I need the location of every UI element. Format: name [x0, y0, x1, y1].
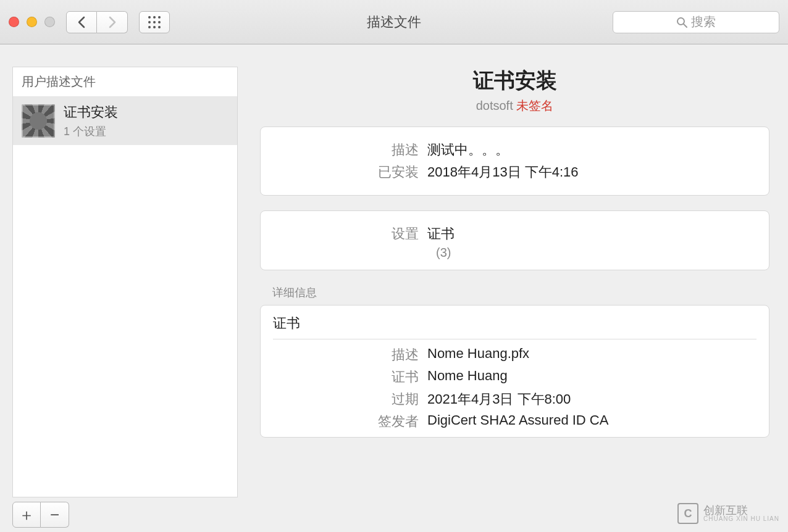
title-block: 证书安装 dotsoft 未签名 — [260, 67, 769, 114]
search-icon — [676, 17, 687, 28]
detail-label: 签发者 — [273, 412, 427, 431]
close-icon[interactable] — [9, 17, 19, 27]
add-button[interactable]: ＋ — [12, 502, 41, 528]
gear-icon — [22, 104, 55, 138]
chevron-right-icon — [108, 16, 117, 28]
sidebar-header: 用户描述文件 — [13, 67, 237, 97]
detail-value: DigiCert SHA2 Assured ID CA — [427, 412, 608, 428]
chevron-left-icon — [77, 16, 86, 28]
toolbar: 描述文件 搜索 — [0, 0, 788, 44]
watermark-cn: 创新互联 — [703, 504, 748, 517]
svg-point-5 — [158, 21, 161, 23]
back-button[interactable] — [66, 11, 97, 33]
svg-point-8 — [158, 26, 161, 28]
svg-point-2 — [158, 16, 161, 19]
minimize-icon[interactable] — [27, 17, 37, 27]
main-panel: 证书安装 dotsoft 未签名 描述 测试中。。。 已安装 2018年4月13… — [238, 67, 788, 497]
search-input[interactable]: 搜索 — [613, 11, 779, 33]
unsigned-badge: 未签名 — [516, 99, 553, 112]
settings-label: 设置 — [273, 225, 427, 243]
detail-value: Nome Huang — [427, 368, 508, 384]
settings-count: (3) — [436, 246, 757, 260]
detail-value: Nome Huang.pfx — [427, 346, 529, 362]
watermark-logo: C — [677, 503, 698, 524]
profile-subtitle: 1 个设置 — [64, 124, 118, 139]
svg-point-3 — [148, 21, 151, 23]
info-panel: 描述 测试中。。。 已安装 2018年4月13日 下午4:16 — [260, 127, 769, 196]
sidebar-item-profile[interactable]: 证书安装 1 个设置 — [13, 97, 237, 145]
author-label: dotsoft — [476, 99, 513, 112]
installed-label: 已安装 — [273, 163, 427, 181]
desc-label: 描述 — [273, 141, 427, 159]
watermark-en: CHUANG XIN HU LIAN — [703, 516, 779, 522]
svg-line-10 — [684, 24, 687, 27]
desc-value: 测试中。。。 — [427, 141, 509, 159]
show-all-button[interactable] — [139, 11, 170, 33]
search-placeholder: 搜索 — [691, 14, 716, 30]
details-panel: 证书 描述 Nome Huang.pfx 证书 Nome Huang 过期 20… — [260, 305, 769, 438]
maximize-icon — [44, 17, 55, 27]
profile-name: 证书安装 — [64, 103, 118, 122]
grid-icon — [148, 15, 161, 29]
detail-label: 过期 — [273, 390, 427, 409]
detail-label: 证书 — [273, 368, 427, 386]
svg-point-1 — [153, 16, 156, 19]
profile-subtitle: dotsoft 未签名 — [260, 98, 769, 114]
installed-value: 2018年4月13日 下午4:16 — [427, 163, 579, 181]
settings-panel[interactable]: 设置 证书 (3) — [260, 210, 769, 270]
details-header: 证书 — [273, 314, 757, 339]
sidebar-item-text: 证书安装 1 个设置 — [64, 103, 118, 139]
footer-controls: ＋ − — [0, 497, 69, 532]
remove-button[interactable]: − — [41, 502, 69, 528]
forward-button — [97, 11, 128, 33]
window-controls — [9, 17, 55, 27]
detail-value: 2021年4月3日 下午8:00 — [427, 390, 571, 409]
svg-point-0 — [148, 16, 151, 19]
settings-value: 证书 — [427, 225, 455, 243]
content-area: 用户描述文件 证书安装 1 个设置 证书安装 dotsoft 未签名 描述 测试… — [0, 44, 788, 497]
profile-title: 证书安装 — [260, 67, 769, 95]
sidebar: 用户描述文件 证书安装 1 个设置 — [12, 67, 238, 497]
nav-buttons — [66, 11, 128, 33]
detail-label: 描述 — [273, 346, 427, 364]
svg-point-4 — [153, 21, 156, 23]
watermark: C 创新互联 CHUANG XIN HU LIAN — [677, 500, 779, 527]
svg-point-7 — [153, 26, 156, 28]
details-section-label: 详细信息 — [272, 285, 769, 300]
svg-point-6 — [148, 26, 151, 28]
